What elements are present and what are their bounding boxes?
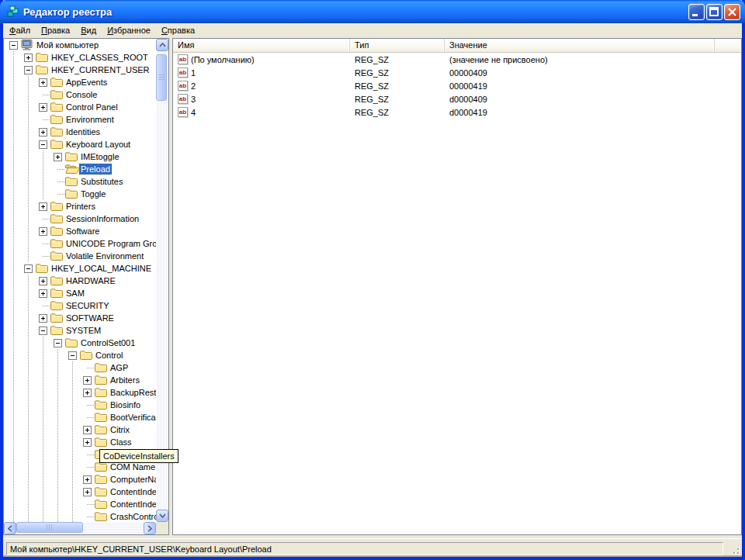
tree-label[interactable]: HARDWARE xyxy=(64,275,117,286)
tree-label[interactable]: Keyboard Layout xyxy=(64,139,132,150)
collapse-icon[interactable] xyxy=(54,339,62,347)
menu-item-5[interactable]: Справка xyxy=(156,24,200,37)
expand-icon[interactable] xyxy=(24,54,33,62)
column-header-3[interactable]: Значение xyxy=(445,39,715,53)
tree-label[interactable]: ContentInde xyxy=(109,499,156,510)
menu-item-4[interactable]: Избранное xyxy=(102,24,156,37)
column-header-1[interactable]: Имя xyxy=(173,39,350,53)
tree-row[interactable]: SOFTWARE xyxy=(4,312,156,324)
menu-item-1[interactable]: Файл xyxy=(4,24,36,37)
tree-row[interactable]: SessionInformation xyxy=(4,213,156,225)
tree-row[interactable]: ContentInde xyxy=(4,498,156,510)
tree-label[interactable]: BootVerifica xyxy=(109,412,156,423)
maximize-button[interactable] xyxy=(706,4,722,20)
collapse-icon[interactable] xyxy=(9,41,18,50)
tree-label[interactable]: CrashContro xyxy=(109,511,156,522)
expand-icon[interactable] xyxy=(83,475,92,484)
tree-row[interactable]: HARDWARE xyxy=(4,275,156,287)
tree-label[interactable]: Control xyxy=(94,350,124,361)
tree-row[interactable]: SECURITY xyxy=(4,299,156,312)
value-row[interactable]: ab2REG_SZ00000419 xyxy=(173,79,741,92)
expand-icon[interactable] xyxy=(83,376,92,385)
tree-label[interactable]: SessionInformation xyxy=(64,213,140,224)
tree-label[interactable]: SAM xyxy=(64,288,86,299)
tree-row[interactable]: Preload xyxy=(4,163,156,175)
tree-label[interactable]: HKEY_CURRENT_USER xyxy=(50,64,151,75)
horizontal-scroll-thumb[interactable] xyxy=(16,522,83,533)
scroll-up-button[interactable] xyxy=(156,39,168,51)
expand-icon[interactable] xyxy=(83,438,92,447)
expand-icon[interactable] xyxy=(83,389,92,397)
expand-icon[interactable] xyxy=(39,314,47,323)
expand-icon[interactable] xyxy=(39,289,47,298)
tree-row[interactable]: SAM xyxy=(4,287,156,299)
scroll-left-button[interactable] xyxy=(4,522,16,534)
collapse-icon[interactable] xyxy=(24,264,33,273)
menu-item-2[interactable]: Правка xyxy=(36,24,75,37)
tree-label[interactable]: IMEtoggle xyxy=(79,151,121,162)
tree-label[interactable]: Мой компьютер xyxy=(35,40,100,50)
tree-label[interactable]: HKEY_LOCAL_MACHINE xyxy=(50,263,153,274)
tree-row[interactable]: ComputerNa xyxy=(4,473,156,486)
tree-row[interactable]: Class xyxy=(4,436,156,448)
tree-row[interactable]: Identities xyxy=(4,126,156,138)
tree-row[interactable]: UNICODE Program Grou xyxy=(4,237,156,250)
tree-label[interactable]: Citrix xyxy=(109,424,131,435)
tree-label[interactable]: Class xyxy=(109,437,133,448)
tree-label[interactable]: COM Name A xyxy=(109,461,156,472)
tree-label[interactable]: SYSTEM xyxy=(64,325,102,336)
tree-label[interactable]: AppEvents xyxy=(64,77,109,88)
tree-row[interactable]: HKEY_CLASSES_ROOT xyxy=(4,51,156,64)
expand-icon[interactable] xyxy=(39,103,47,112)
tree-row[interactable]: AppEvents xyxy=(4,76,156,88)
tree-label[interactable]: BackupRest xyxy=(109,387,156,398)
expand-icon[interactable] xyxy=(39,128,47,137)
tree-row[interactable]: HKEY_CURRENT_USER xyxy=(4,64,156,76)
tree-row[interactable]: Мой компьютер xyxy=(4,39,156,51)
tree-row[interactable]: Keyboard Layout xyxy=(4,138,156,150)
tree-row[interactable]: Control xyxy=(4,349,156,361)
titlebar[interactable]: Редактор реестра xyxy=(0,0,745,23)
tree-label[interactable]: Biosinfo xyxy=(109,399,142,410)
tree-label[interactable]: Console xyxy=(64,89,99,100)
tree-label[interactable]: Volatile Environment xyxy=(64,251,145,261)
expand-icon[interactable] xyxy=(39,277,47,285)
tree-label[interactable]: ControlSet001 xyxy=(79,337,137,348)
tree-row[interactable]: Environment xyxy=(4,113,156,126)
tree-label[interactable]: Arbiters xyxy=(109,375,141,385)
value-row[interactable]: ab(По умолчанию)REG_SZ(значение не присв… xyxy=(173,53,741,66)
value-row[interactable]: ab1REG_SZ00000409 xyxy=(173,66,741,79)
tree-label[interactable]: Environment xyxy=(64,114,116,125)
expand-icon[interactable] xyxy=(39,227,47,236)
tree-row[interactable]: ContentInde xyxy=(4,486,156,498)
tree-label[interactable]: ComputerNa xyxy=(109,474,156,485)
expand-icon[interactable] xyxy=(39,78,47,87)
tree-row[interactable]: BootVerifica xyxy=(4,411,156,423)
tree-label[interactable]: ContentInde xyxy=(109,486,156,497)
collapse-icon[interactable] xyxy=(39,140,47,149)
expand-icon[interactable] xyxy=(83,488,92,496)
tree-row[interactable]: Biosinfo xyxy=(4,399,156,411)
tree-row[interactable]: AGP xyxy=(4,361,156,374)
tree-label[interactable]: SECURITY xyxy=(64,300,111,311)
collapse-icon[interactable] xyxy=(39,327,47,335)
tree-row[interactable]: IMEtoggle xyxy=(4,150,156,163)
tree-label[interactable]: Substitutes xyxy=(79,176,124,187)
tree-row[interactable]: Software xyxy=(4,225,156,237)
minimize-button[interactable] xyxy=(688,4,705,20)
value-row[interactable]: ab4REG_SZd0000419 xyxy=(173,105,741,119)
tree-label[interactable]: Preload xyxy=(79,164,112,175)
tree-row[interactable]: CrashContro xyxy=(4,510,156,522)
tree-label[interactable]: HKEY_CLASSES_ROOT xyxy=(50,52,150,63)
menu-item-3[interactable]: Вид xyxy=(75,24,102,37)
value-row[interactable]: ab3REG_SZd0000409 xyxy=(173,92,741,105)
tree-label[interactable]: Toggle xyxy=(79,188,107,199)
collapse-icon[interactable] xyxy=(68,351,77,360)
tree-row[interactable]: Console xyxy=(4,88,156,101)
tree-row[interactable]: Arbiters xyxy=(4,374,156,386)
tree-row[interactable]: Substitutes xyxy=(4,175,156,188)
expand-icon[interactable] xyxy=(83,426,92,434)
tree-row[interactable]: SYSTEM xyxy=(4,324,156,337)
tree-label[interactable]: Software xyxy=(64,226,101,237)
tree-label[interactable]: Identities xyxy=(64,126,102,137)
